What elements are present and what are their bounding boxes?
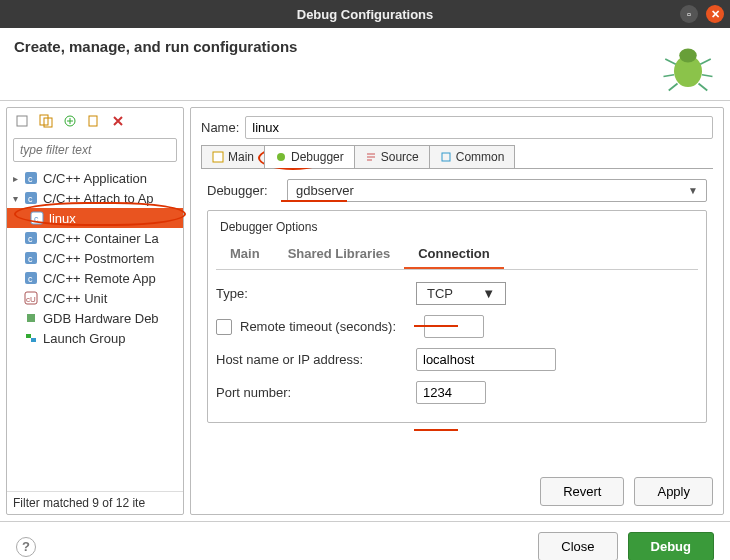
tree-item-cpp-postmortem[interactable]: c C/C++ Postmortem — [7, 248, 183, 268]
source-icon — [365, 151, 377, 163]
bug-small-icon — [275, 151, 287, 163]
svg-rect-30 — [213, 152, 223, 162]
timeout-label: Remote timeout (seconds): — [240, 319, 424, 334]
debug-button[interactable]: Debug — [628, 532, 714, 560]
svg-text:c: c — [28, 174, 33, 184]
tree-item-cpp-remote[interactable]: c C/C++ Remote App — [7, 268, 183, 288]
tree-item-cpp-unit[interactable]: cU C/C++ Unit — [7, 288, 183, 308]
export-icon[interactable] — [61, 112, 79, 130]
launch-group-icon — [23, 330, 39, 346]
title-bar: Debug Configurations ▫ ✕ — [0, 0, 730, 28]
debugger-value: gdbserver — [296, 183, 354, 198]
subtab-connection[interactable]: Connection — [404, 240, 504, 269]
sidebar-toolbar — [7, 108, 183, 134]
bug-icon — [660, 38, 716, 94]
tab-source[interactable]: Source — [354, 145, 430, 168]
name-input[interactable] — [245, 116, 713, 139]
svg-rect-8 — [17, 116, 27, 126]
filter-input[interactable] — [13, 138, 177, 162]
tab-debugger[interactable]: Debugger — [264, 145, 355, 168]
svg-rect-29 — [31, 338, 36, 342]
config-sidebar: ▸ c C/C++ Application ▾ c C/C++ Attach t… — [6, 107, 184, 515]
port-label: Port number: — [216, 385, 416, 400]
c-file-icon: c — [29, 210, 45, 226]
subtab-shared-libs[interactable]: Shared Libraries — [274, 240, 405, 269]
window-close-icon[interactable]: ✕ — [706, 5, 724, 23]
name-label: Name: — [201, 120, 239, 135]
dialog-footer: ? Close Debug — [0, 521, 730, 560]
host-label: Host name or IP address: — [216, 352, 416, 367]
filter-status: Filter matched 9 of 12 ite — [7, 491, 183, 514]
tree-item-linux[interactable]: c linux — [7, 208, 183, 228]
port-input[interactable] — [416, 381, 486, 404]
c-file-icon: c — [23, 170, 39, 186]
type-combo[interactable]: TCP ▼ — [416, 282, 506, 305]
header-title: Create, manage, and run configurations — [14, 38, 297, 55]
window-minimize-icon[interactable]: ▫ — [680, 5, 698, 23]
debugger-label: Debugger: — [207, 183, 287, 198]
timeout-checkbox[interactable] — [216, 319, 232, 335]
c-file-icon: c — [23, 230, 39, 246]
type-value: TCP — [427, 286, 453, 301]
options-subtabs: Main Shared Libraries Connection — [216, 240, 698, 270]
file-icon — [212, 151, 224, 163]
svg-text:c: c — [34, 214, 39, 224]
tab-common[interactable]: Common — [429, 145, 516, 168]
revert-button[interactable]: Revert — [540, 477, 624, 506]
chevron-down-icon: ▼ — [688, 185, 698, 196]
svg-rect-12 — [89, 116, 97, 126]
tree-item-cpp-attach[interactable]: ▾ c C/C++ Attach to Ap — [7, 188, 183, 208]
svg-line-2 — [665, 59, 676, 64]
tree-item-gdb-hardware[interactable]: GDB Hardware Deb — [7, 308, 183, 328]
debugger-options-fieldset: Debugger Options Main Shared Libraries C… — [207, 210, 707, 423]
tree-item-launch-group[interactable]: Launch Group — [7, 328, 183, 348]
host-input[interactable] — [416, 348, 556, 371]
timeout-input[interactable] — [424, 315, 484, 338]
tree-item-cpp-application[interactable]: ▸ c C/C++ Application — [7, 168, 183, 188]
tree-item-cpp-container[interactable]: c C/C++ Container La — [7, 228, 183, 248]
svg-rect-32 — [442, 153, 450, 161]
tab-main[interactable]: Main — [201, 145, 265, 168]
svg-line-3 — [700, 59, 711, 64]
type-label: Type: — [216, 286, 416, 301]
svg-rect-28 — [26, 334, 31, 338]
c-file-icon: c — [23, 270, 39, 286]
delete-icon[interactable] — [109, 112, 127, 130]
close-button[interactable]: Close — [538, 532, 617, 560]
window-title: Debug Configurations — [297, 7, 434, 22]
dialog-header: Create, manage, and run configurations — [0, 28, 730, 101]
svg-line-4 — [664, 75, 675, 77]
chip-icon — [23, 310, 39, 326]
config-tabs: Main Debugger Source Common — [201, 145, 713, 169]
subtab-main[interactable]: Main — [216, 240, 274, 269]
svg-text:c: c — [28, 254, 33, 264]
common-icon — [440, 151, 452, 163]
c-file-icon: c — [23, 190, 39, 206]
config-editor: Name: Main Debugger Source Common — [190, 107, 724, 515]
cu-file-icon: cU — [23, 290, 39, 306]
apply-button[interactable]: Apply — [634, 477, 713, 506]
c-file-icon: c — [23, 250, 39, 266]
svg-line-6 — [669, 84, 678, 91]
svg-line-7 — [699, 84, 708, 91]
svg-text:c: c — [28, 194, 33, 204]
svg-text:c: c — [28, 274, 33, 284]
tab-debugger-body: Debugger: gdbserver ▼ Debugger Options M… — [201, 169, 713, 477]
svg-line-5 — [702, 75, 713, 77]
new-prototype-icon[interactable] — [37, 112, 55, 130]
svg-text:c: c — [28, 234, 33, 244]
options-label: Debugger Options — [216, 220, 321, 234]
svg-rect-27 — [27, 314, 35, 322]
duplicate-icon[interactable] — [85, 112, 103, 130]
svg-text:cU: cU — [26, 295, 36, 304]
svg-point-1 — [679, 49, 697, 63]
svg-point-31 — [277, 153, 285, 161]
chevron-down-icon: ▼ — [482, 286, 495, 301]
help-icon[interactable]: ? — [16, 537, 36, 557]
new-config-icon[interactable] — [13, 112, 31, 130]
debugger-combo[interactable]: gdbserver ▼ — [287, 179, 707, 202]
config-tree: ▸ c C/C++ Application ▾ c C/C++ Attach t… — [7, 166, 183, 491]
